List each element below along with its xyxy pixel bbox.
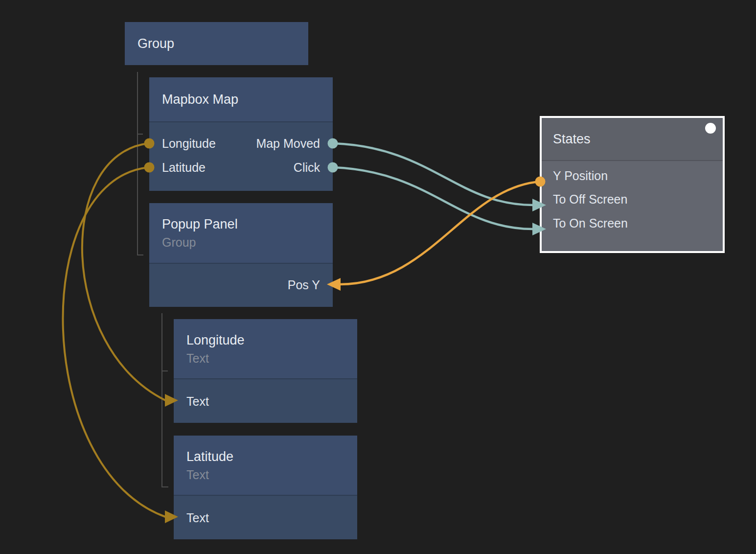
port-y-position[interactable]: Y Position: [553, 168, 608, 183]
node-mapbox-map-header: Mapbox Map: [149, 77, 333, 121]
node-mapbox-map[interactable]: Mapbox Map Longitude Latitude Map Moved …: [149, 77, 333, 191]
node-editor-canvas[interactable]: Group Mapbox Map Longitude Latitude Map …: [0, 0, 756, 554]
node-longitude-body: Text: [174, 378, 357, 423]
state-indicator-icon[interactable]: [705, 123, 716, 134]
wire-map-moved-to-off-screen[interactable]: [334, 143, 533, 205]
node-popup-panel-body: Pos Y: [149, 263, 333, 307]
node-longitude-title: Longitude: [174, 331, 357, 349]
port-to-off-screen[interactable]: To Off Screen: [553, 192, 627, 207]
node-mapbox-map-title: Mapbox Map: [149, 90, 238, 109]
node-latitude-header: Latitude Text: [174, 436, 357, 495]
node-popup-panel-subtitle: Group: [149, 233, 333, 251]
port-pos-y-input[interactable]: Pos Y: [288, 277, 320, 292]
node-group-header: Group: [125, 22, 308, 65]
node-latitude-subtitle: Text: [174, 466, 357, 484]
node-longitude-text[interactable]: Longitude Text Text: [174, 319, 357, 423]
wire-y-position-to-pos-y[interactable]: [340, 182, 540, 284]
port-latitude-text-input[interactable]: Text: [186, 510, 209, 525]
node-popup-panel-header: Popup Panel Group: [149, 203, 333, 263]
node-states-title: States: [542, 130, 591, 148]
node-states-body: Y Position To Off Screen To On Screen: [542, 160, 723, 251]
node-mapbox-map-body: Longitude Latitude Map Moved Click: [149, 121, 333, 191]
port-longitude-text-input[interactable]: Text: [186, 394, 209, 409]
hierarchy-line-group: [137, 72, 143, 255]
node-states-header: States: [542, 118, 723, 160]
hierarchy-line-popup-panel: [162, 313, 168, 487]
node-latitude-body: Text: [174, 495, 357, 539]
node-group-title: Group: [125, 34, 174, 53]
port-to-on-screen[interactable]: To On Screen: [553, 216, 628, 231]
node-popup-panel[interactable]: Popup Panel Group Pos Y: [149, 203, 333, 307]
node-states[interactable]: States Y Position To Off Screen To On Sc…: [540, 116, 725, 253]
node-latitude-title: Latitude: [174, 447, 357, 466]
port-longitude-output[interactable]: Longitude: [162, 136, 216, 151]
wire-click-to-on-screen[interactable]: [334, 167, 533, 229]
node-group[interactable]: Group: [125, 22, 308, 65]
port-click-output[interactable]: Click: [294, 160, 320, 175]
node-popup-panel-title: Popup Panel: [149, 215, 333, 233]
port-map-moved-output[interactable]: Map Moved: [256, 136, 320, 151]
node-longitude-header: Longitude Text: [174, 319, 357, 378]
port-latitude-output[interactable]: Latitude: [162, 160, 206, 175]
node-longitude-subtitle: Text: [174, 349, 357, 367]
node-latitude-text[interactable]: Latitude Text Text: [174, 436, 357, 539]
